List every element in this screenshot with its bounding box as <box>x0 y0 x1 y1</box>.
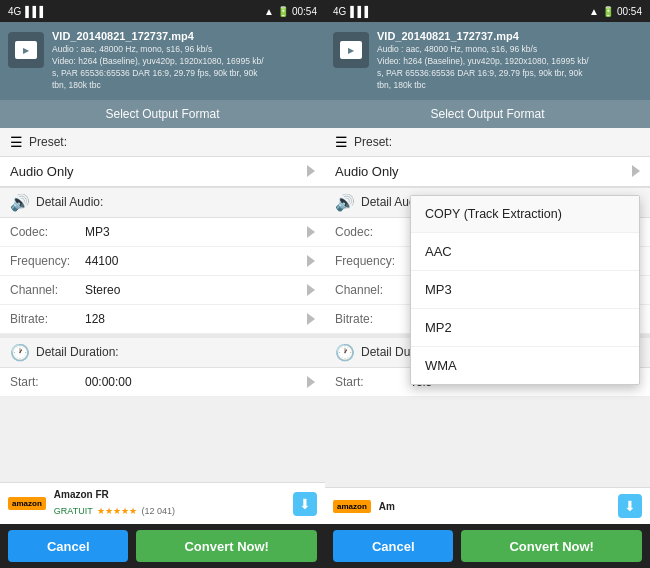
select-format-button-1[interactable]: Select Output Format <box>0 100 325 128</box>
signal-icon-1: ▌▌▌ <box>25 6 46 17</box>
bitrate-key-1: Bitrate: <box>10 312 85 326</box>
frequency-arrow-1 <box>307 255 315 267</box>
select-format-button-2[interactable]: Select Output Format <box>325 100 650 128</box>
signal-icon-2: ▌▌▌ <box>350 6 371 17</box>
dropdown-item-aac[interactable]: AAC <box>411 233 639 271</box>
channel-row-1[interactable]: Channel: Stereo <box>0 276 325 305</box>
convert-button-1[interactable]: Convert Now! <box>136 530 317 562</box>
frequency-row-1[interactable]: Frequency: 44100 <box>0 247 325 276</box>
wifi-icon-2: ▲ <box>589 6 599 17</box>
video-icon-1 <box>15 41 37 59</box>
detail-audio-label-1: Detail Audio: <box>36 195 103 209</box>
speaker-icon-1: 🔊 <box>10 193 30 212</box>
chevron-right-icon-1 <box>307 165 315 177</box>
file-info-2: VID_20140821_172737.mp4 Audio : aac, 480… <box>377 30 642 92</box>
amazon-logo-2: amazon <box>333 500 371 513</box>
bitrate-key-2: Bitrate: <box>335 312 410 326</box>
ad-reviews-1: (12 041) <box>142 506 176 516</box>
status-right-2: ▲ 🔋 00:54 <box>589 6 642 17</box>
clock-icon-1: 🕐 <box>10 343 30 362</box>
ad-banner-1[interactable]: amazon Amazon FR GRATUIT ★★★★★ (12 041) … <box>0 482 325 524</box>
ad-name-1: Amazon FR <box>54 489 285 500</box>
status-left-2: 4G ▌▌▌ <box>333 6 372 17</box>
file-meta-2: Audio : aac, 48000 Hz, mono, s16, 96 kb/… <box>377 44 642 92</box>
convert-button-2[interactable]: Convert Now! <box>461 530 642 562</box>
file-header-2: VID_20140821_172737.mp4 Audio : aac, 480… <box>325 22 650 100</box>
channel-key-2: Channel: <box>335 283 410 297</box>
time-2: 00:54 <box>617 6 642 17</box>
detail-duration-label-2: Detail Du <box>361 345 410 359</box>
detail-duration-header-1: 🕐 Detail Duration: <box>0 334 325 368</box>
file-header-1: VID_20140821_172737.mp4 Audio : aac, 480… <box>0 22 325 100</box>
ad-name-2: Am <box>379 501 610 512</box>
list-icon-1: ☰ <box>10 134 23 150</box>
codec-value-1: MP3 <box>85 225 307 239</box>
start-row-1[interactable]: Start: 00:00:00 <box>0 368 325 397</box>
file-info-1: VID_20140821_172737.mp4 Audio : aac, 480… <box>52 30 317 92</box>
time-1: 00:54 <box>292 6 317 17</box>
frequency-key-1: Frequency: <box>10 254 85 268</box>
channel-key-1: Channel: <box>10 283 85 297</box>
phone-panel-1: 4G ▌▌▌ ▲ 🔋 00:54 VID_20140821_172737.mp4… <box>0 0 325 568</box>
cancel-button-1[interactable]: Cancel <box>8 530 128 562</box>
file-icon-1 <box>8 32 44 68</box>
preset-value-row-2[interactable]: Audio Only <box>325 157 650 187</box>
start-value-1: 00:00:00 <box>85 375 307 389</box>
start-key-2: Start: <box>335 375 410 389</box>
frequency-key-2: Frequency: <box>335 254 410 268</box>
dropdown-item-mp2[interactable]: MP2 <box>411 309 639 347</box>
battery-icon-2: 🔋 <box>602 6 614 17</box>
bottom-buttons-2: Cancel Convert Now! <box>325 524 650 568</box>
preset-value-2: Audio Only <box>335 164 399 179</box>
bitrate-row-1[interactable]: Bitrate: 128 <box>0 305 325 334</box>
preset-section-2: ☰ Preset: <box>325 128 650 157</box>
amazon-logo-1: amazon <box>8 497 46 510</box>
preset-value-1: Audio Only <box>10 164 74 179</box>
network-indicator-1: 4G <box>8 6 21 17</box>
preset-value-row-1[interactable]: Audio Only <box>0 157 325 187</box>
speaker-icon-2: 🔊 <box>335 193 355 212</box>
codec-key-2: Codec: <box>335 225 410 239</box>
status-bar-2: 4G ▌▌▌ ▲ 🔋 00:54 <box>325 0 650 22</box>
bitrate-value-1: 128 <box>85 312 307 326</box>
status-right-1: ▲ 🔋 00:54 <box>264 6 317 17</box>
detail-duration-label-1: Detail Duration: <box>36 345 119 359</box>
ad-text-2: Am <box>379 501 610 512</box>
ad-banner-2[interactable]: amazon Am ⬇ <box>325 487 650 524</box>
battery-icon-1: 🔋 <box>277 6 289 17</box>
chevron-right-icon-2 <box>632 165 640 177</box>
file-name-1: VID_20140821_172737.mp4 <box>52 30 317 42</box>
ad-sub-1: GRATUIT <box>54 506 93 516</box>
clock-icon-2: 🕐 <box>335 343 355 362</box>
dropdown-item-copy[interactable]: COPY (Track Extraction) <box>411 196 639 233</box>
file-icon-2 <box>333 32 369 68</box>
codec-row-1[interactable]: Codec: MP3 <box>0 218 325 247</box>
download-icon-1[interactable]: ⬇ <box>293 492 317 516</box>
codec-dropdown-2[interactable]: COPY (Track Extraction) AAC MP3 MP2 WMA <box>410 195 640 385</box>
ad-text-1: Amazon FR GRATUIT ★★★★★ (12 041) <box>54 489 285 518</box>
file-name-2: VID_20140821_172737.mp4 <box>377 30 642 42</box>
codec-arrow-1 <box>307 226 315 238</box>
dropdown-item-mp3[interactable]: MP3 <box>411 271 639 309</box>
detail-audio-header-1: 🔊 Detail Audio: <box>0 187 325 218</box>
video-icon-2 <box>340 41 362 59</box>
preset-label-2: Preset: <box>354 135 392 149</box>
ad-sub-row-1: GRATUIT ★★★★★ (12 041) <box>54 500 285 518</box>
wifi-icon-1: ▲ <box>264 6 274 17</box>
cancel-button-2[interactable]: Cancel <box>333 530 453 562</box>
download-icon-2[interactable]: ⬇ <box>618 494 642 518</box>
bottom-buttons-1: Cancel Convert Now! <box>0 524 325 568</box>
preset-label-1: Preset: <box>29 135 67 149</box>
dropdown-item-wma[interactable]: WMA <box>411 347 639 384</box>
start-key-1: Start: <box>10 375 85 389</box>
bitrate-arrow-1 <box>307 313 315 325</box>
file-meta-1: Audio : aac, 48000 Hz, mono, s16, 96 kb/… <box>52 44 317 92</box>
stars-icon-1: ★★★★★ <box>97 506 137 516</box>
start-arrow-1 <box>307 376 315 388</box>
codec-key-1: Codec: <box>10 225 85 239</box>
status-left-1: 4G ▌▌▌ <box>8 6 47 17</box>
channel-arrow-1 <box>307 284 315 296</box>
channel-value-1: Stereo <box>85 283 307 297</box>
preset-section-1: ☰ Preset: <box>0 128 325 157</box>
phone-panel-2: 4G ▌▌▌ ▲ 🔋 00:54 VID_20140821_172737.mp4… <box>325 0 650 568</box>
